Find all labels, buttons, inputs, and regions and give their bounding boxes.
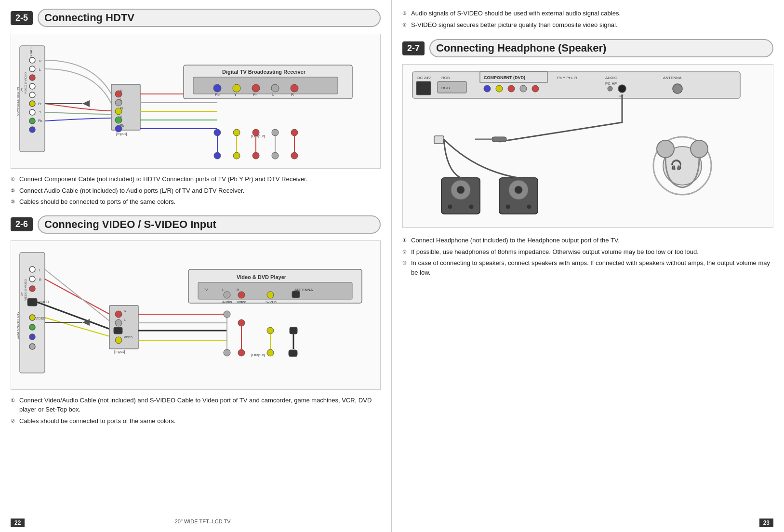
- svg-text:Pr: Pr: [120, 106, 124, 110]
- svg-point-90: [238, 292, 245, 298]
- svg-point-61: [29, 266, 35, 272]
- section-26-cont-instructions: ③ Audio signals of S-VIDEO should be use…: [402, 9, 773, 29]
- svg-text:L: L: [39, 268, 41, 272]
- svg-point-76: [115, 319, 122, 326]
- instruction-item: ④ S-VIDEO signal secures better picture …: [402, 20, 773, 30]
- svg-text:Pr: Pr: [253, 93, 257, 97]
- svg-text:COMPONENT(HDTV): COMPONENT(HDTV): [16, 310, 19, 339]
- footer-model: 20" WIDE TFT–LCD TV: [175, 519, 231, 527]
- instruction-item: ① Connect Video/Audio Cable (not include…: [11, 396, 381, 414]
- left-page-num: 22: [11, 519, 25, 527]
- svg-text:R: R: [237, 288, 239, 292]
- svg-point-127: [673, 84, 682, 93]
- svg-point-5: [29, 83, 35, 89]
- svg-text:AUDIO: AUDIO: [605, 76, 617, 80]
- svg-text:RGB: RGB: [441, 86, 450, 90]
- svg-point-36: [252, 84, 260, 92]
- svg-rect-92: [292, 291, 300, 298]
- svg-rect-104: [289, 350, 297, 357]
- svg-text:R: R: [120, 89, 122, 93]
- svg-text:VIDEO S-VIDEO: VIDEO S-VIDEO: [24, 279, 27, 300]
- inst-num: ③: [402, 10, 409, 17]
- svg-rect-117: [416, 81, 431, 95]
- instruction-item: ③ Cables should be connected to ports of…: [11, 197, 381, 207]
- svg-point-62: [29, 276, 35, 282]
- svg-point-4: [29, 75, 35, 80]
- svg-text:[Output]: [Output]: [251, 353, 265, 357]
- svg-point-49: [291, 129, 298, 136]
- svg-text:R: R: [291, 93, 294, 97]
- inst-num: ④: [402, 21, 409, 28]
- inst-text: S-VIDEO signal secures better picture qu…: [411, 20, 618, 30]
- svg-point-50: [214, 152, 221, 159]
- svg-text:AV: AV: [20, 292, 23, 296]
- svg-text:L: L: [272, 93, 275, 97]
- svg-text:Pb Y Pr L R: Pb Y Pr L R: [557, 76, 577, 80]
- svg-text:Pb: Pb: [120, 124, 124, 127]
- svg-point-7: [29, 101, 35, 106]
- inst-text: Connect Video/Audio Cable (not included)…: [19, 396, 381, 414]
- svg-text:Digital TV Broadcasting Receiv: Digital TV Broadcasting Receiver: [222, 69, 306, 75]
- svg-point-139: [457, 186, 465, 194]
- svg-text:COMPONENT(HDTV): COMPONENT(HDTV): [16, 87, 19, 116]
- svg-text:PC HP: PC HP: [605, 81, 617, 86]
- svg-point-68: [29, 344, 35, 349]
- section-27-title: Connecting Headphone (Speaker): [429, 39, 773, 57]
- svg-point-47: [252, 129, 259, 136]
- headphone-diagram-svg: DC 24V RGB PC COMPONENT (DVD) Pb Y Pr L …: [403, 65, 769, 224]
- video-diagram-svg: AV VIDEO S-VIDEO COMPONENT(HDTV) L R S-V…: [15, 243, 376, 387]
- page: 2-5 Connecting HDTV UPGRADE R: [0, 0, 784, 532]
- svg-text:R: R: [39, 278, 41, 281]
- svg-point-45: [214, 129, 221, 136]
- section-26-header: 2-6 Connecing VIDEO / S-VIDEO Input: [11, 215, 381, 234]
- instruction-item: ② If possible, use headphones of 8ohms i…: [402, 247, 773, 257]
- svg-text:Pb: Pb: [215, 93, 220, 97]
- inst-num: ②: [11, 187, 17, 194]
- instruction-item: ② Connect Audio Cable (not included) to …: [11, 186, 381, 196]
- svg-point-9: [29, 118, 35, 124]
- svg-rect-129: [492, 137, 506, 142]
- svg-point-141: [469, 204, 474, 209]
- svg-point-53: [272, 152, 279, 159]
- svg-text:Y: Y: [120, 115, 122, 119]
- svg-text:R: R: [39, 59, 41, 63]
- svg-point-122: [508, 85, 515, 92]
- svg-point-35: [233, 84, 240, 92]
- inst-num: ③: [402, 259, 409, 266]
- svg-point-144: [515, 186, 522, 194]
- instruction-item: ① Connect Component Cable (not included)…: [11, 174, 381, 184]
- svg-point-63: [29, 286, 35, 292]
- svg-point-124: [532, 85, 539, 92]
- right-footer: 23: [392, 519, 784, 527]
- svg-point-10: [29, 127, 35, 133]
- svg-text:Video: Video: [124, 335, 133, 339]
- svg-text:🎧: 🎧: [670, 159, 682, 171]
- svg-point-54: [291, 152, 298, 159]
- svg-text:Pb: Pb: [38, 119, 42, 122]
- svg-text:COMPONENT (DVD): COMPONENT (DVD): [484, 75, 525, 80]
- svg-point-51: [233, 152, 240, 159]
- svg-text:VIDEO S-VIDEO: VIDEO S-VIDEO: [24, 72, 27, 94]
- svg-text:ANTENNA: ANTENNA: [663, 76, 682, 80]
- svg-point-37: [271, 84, 279, 92]
- instruction-item: ③ Audio signals of S-VIDEO should be use…: [402, 9, 773, 18]
- svg-point-65: [29, 315, 35, 320]
- svg-point-135: [691, 140, 708, 158]
- section-25-header: 2-5 Connecting HDTV: [11, 9, 381, 27]
- svg-rect-100: [290, 327, 297, 334]
- section-26-title: Connecing VIDEO / S-VIDEO Input: [38, 215, 381, 234]
- inst-num: ②: [402, 248, 409, 255]
- left-footer: 22 20" WIDE TFT–LCD TV: [0, 519, 391, 527]
- svg-point-121: [496, 85, 503, 92]
- svg-point-123: [520, 85, 527, 92]
- svg-rect-131: [434, 136, 444, 144]
- svg-text:[Input]: [Input]: [116, 132, 127, 136]
- instruction-item: ① Connect Headphone (not included) to th…: [402, 236, 773, 245]
- svg-point-145: [505, 204, 510, 209]
- svg-text:Y: Y: [39, 110, 41, 114]
- svg-rect-19: [111, 84, 140, 130]
- svg-rect-77: [114, 327, 122, 334]
- hdtv-diagram-svg: UPGRADE R L Pb Y Pr AV VIDEO S-VIDEO: [15, 36, 376, 166]
- section-27-num: 2-7: [402, 41, 425, 55]
- section-25-num: 2-5: [11, 11, 33, 25]
